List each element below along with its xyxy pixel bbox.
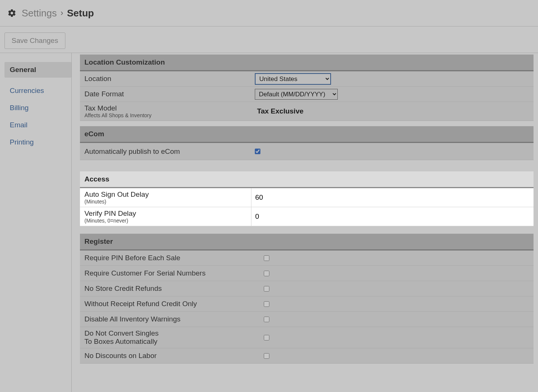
section-access: Access Auto Sign Out Delay (Minutes) Ver… [80,171,534,226]
register-row-label: Disable All Inventory Warnings [80,313,251,326]
register-row-label: No Discounts on Labor [80,349,251,362]
gear-icon [7,9,16,18]
sidebar-item-billing[interactable]: Billing [4,100,71,116]
section-header-ecom: eCom [80,126,534,143]
section-location-customization: Location Customization Location United S… [80,55,534,121]
verify-pin-label: Verify PIN Delay (Minutes, 0=never) [80,207,251,226]
sidebar-item-general[interactable]: General [4,62,71,78]
register-row-label: Require Customer For Serial Numbers [80,267,251,280]
breadcrumb-settings[interactable]: Settings [22,7,57,19]
date-format-select[interactable]: Default (MM/DD/YYYY) [255,89,338,100]
section-register: Register Require PIN Before Each SaleReq… [80,234,534,364]
toolbar: Save Changes [0,27,538,53]
breadcrumb-setup: Setup [67,7,94,19]
register-row-label: No Store Credit Refunds [80,282,251,295]
content-area: Location Customization Location United S… [72,53,538,392]
location-label: Location [80,72,251,85]
auto-signout-label: Auto Sign Out Delay (Minutes) [80,188,251,207]
register-row: Require Customer For Serial Numbers [80,266,534,281]
register-row-checkbox[interactable] [264,317,269,322]
register-row: Without Receipt Refund Credit Only [80,296,534,312]
register-row-label: Do Not Convert Singles To Boxes Automati… [80,327,251,348]
sidebar-item-currencies[interactable]: Currencies [4,83,71,99]
register-row-checkbox[interactable] [264,255,269,261]
register-row-checkbox[interactable] [264,301,269,307]
section-ecom: eCom Automatically publish to eCom [80,126,534,160]
tax-model-value: Tax Exclusive [255,107,303,115]
auto-publish-label: Automatically publish to eCom [80,145,251,158]
section-header-location: Location Customization [80,55,534,71]
auto-publish-checkbox[interactable] [255,149,260,154]
chevron-right-icon: › [61,8,63,18]
register-row-label: Without Receipt Refund Credit Only [80,298,251,310]
register-row: Require PIN Before Each Sale [80,251,534,266]
auto-signout-input[interactable] [251,190,534,205]
register-row: No Store Credit Refunds [80,281,534,296]
register-row: Do Not Convert Singles To Boxes Automati… [80,327,534,348]
register-row: Disable All Inventory Warnings [80,312,534,327]
register-row-checkbox[interactable] [264,353,269,359]
sidebar-item-printing[interactable]: Printing [4,134,71,150]
register-row-label: Require PIN Before Each Sale [80,252,251,264]
register-row: No Discounts on Labor [80,348,534,364]
section-header-access: Access [80,171,534,188]
sidebar-item-email[interactable]: Email [4,117,71,133]
date-format-label: Date Format [80,88,251,100]
location-select[interactable]: United States [255,73,331,85]
register-row-checkbox[interactable] [264,271,269,276]
register-row-checkbox[interactable] [264,286,269,292]
header-bar: Settings › Setup [0,0,538,27]
section-header-register: Register [80,234,534,251]
tax-model-label: Tax Model Affects All Shops & Inventory [80,102,251,121]
sidebar: General Currencies Billing Email Printin… [0,53,72,392]
verify-pin-input[interactable] [251,209,534,224]
save-changes-button[interactable]: Save Changes [4,32,65,49]
register-row-checkbox[interactable] [264,335,269,340]
